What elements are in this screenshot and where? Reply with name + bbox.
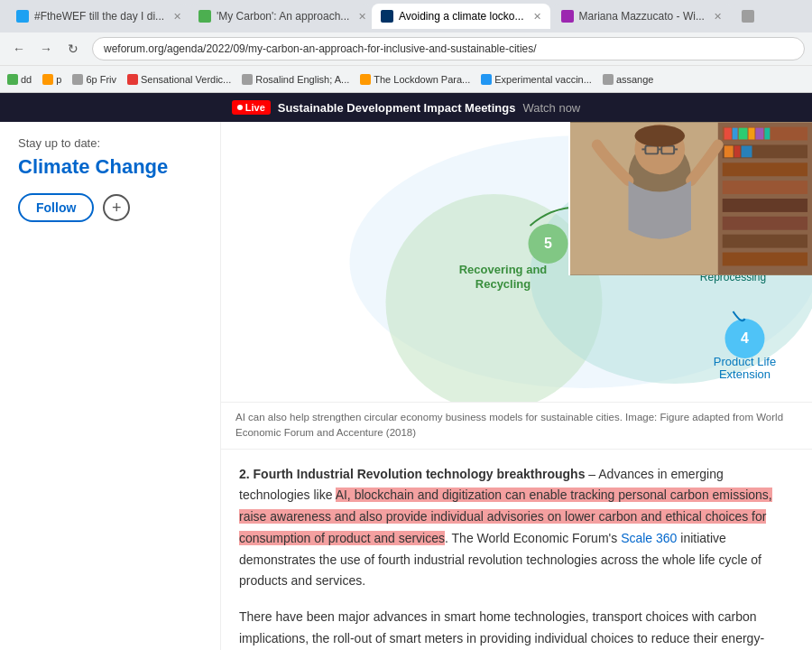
svg-rect-33 bbox=[742, 145, 752, 157]
section-2-heading: 2. Fourth Industrial Revolution technolo… bbox=[239, 464, 794, 593]
bookmark-vaccine-icon bbox=[481, 74, 492, 85]
diagram-container: 5 Recovering and Recycling End of Use So… bbox=[221, 122, 812, 402]
live-bar: Live Sustainable Development Impact Meet… bbox=[0, 93, 812, 122]
section-2-title: 2. Fourth Industrial Revolution technolo… bbox=[239, 467, 585, 481]
forward-button[interactable]: → bbox=[34, 37, 58, 60]
tab-3-close[interactable]: ✕ bbox=[533, 11, 541, 23]
bookmark-assange[interactable]: assange bbox=[603, 74, 654, 85]
browser-chrome: #FtheWEF till the day I di... ✕ 'My Carb… bbox=[0, 0, 812, 93]
svg-text:Recycling: Recycling bbox=[475, 277, 531, 291]
content-area: 5 Recovering and Recycling End of Use So… bbox=[221, 122, 812, 650]
svg-text:Recovering and: Recovering and bbox=[459, 263, 548, 276]
svg-rect-30 bbox=[764, 128, 770, 140]
bookmark-apps-icon bbox=[7, 74, 18, 85]
svg-rect-27 bbox=[739, 128, 748, 140]
diagram-section: 5 Recovering and Recycling End of Use So… bbox=[221, 122, 812, 450]
bookmark-assange-icon bbox=[603, 74, 614, 85]
follow-button[interactable]: Follow bbox=[18, 193, 94, 222]
svg-text:4: 4 bbox=[741, 330, 749, 346]
topic-title: Climate Change bbox=[18, 155, 202, 179]
tab-2[interactable]: 'My Carbon': An approach... ✕ bbox=[189, 4, 370, 29]
video-overlay bbox=[568, 122, 812, 275]
bookmark-sensational[interactable]: Sensational Verdic... bbox=[127, 74, 231, 85]
add-button[interactable]: + bbox=[103, 194, 130, 221]
svg-rect-20 bbox=[723, 181, 807, 194]
bookmark-lockdown-label: The Lockdown Para... bbox=[374, 74, 470, 85]
bookmark-friv[interactable]: 6p Friv bbox=[72, 74, 116, 85]
svg-text:5: 5 bbox=[544, 236, 552, 251]
svg-rect-22 bbox=[723, 217, 807, 230]
address-bar: ← → ↻ bbox=[0, 32, 812, 65]
tab-1-label: #FtheWEF till the day I di... bbox=[34, 10, 164, 23]
live-title: Sustainable Development Impact Meetings bbox=[278, 101, 516, 115]
bookmark-p-icon bbox=[42, 74, 53, 85]
back-button[interactable]: ← bbox=[7, 37, 31, 60]
svg-rect-26 bbox=[733, 128, 738, 140]
svg-rect-19 bbox=[723, 162, 807, 176]
bookmark-rosalind-icon bbox=[242, 74, 253, 85]
bookmark-sensational-label: Sensational Verdic... bbox=[141, 74, 231, 85]
tab-4-label: Mariana Mazzucato - Wi... bbox=[579, 10, 705, 23]
bookmark-sensational-icon bbox=[127, 74, 138, 85]
nav-buttons: ← → ↻ bbox=[7, 37, 85, 60]
bookmark-friv-icon bbox=[72, 74, 83, 85]
tab-4[interactable]: Mariana Mazzucato - Wi... ✕ bbox=[552, 4, 731, 29]
video-person bbox=[570, 122, 812, 275]
tab-3-label: Avoiding a climate locko... bbox=[399, 10, 524, 23]
svg-point-41 bbox=[634, 125, 685, 147]
bookmark-friv-label: 6p Friv bbox=[86, 74, 116, 85]
refresh-button[interactable]: ↻ bbox=[61, 37, 85, 60]
sidebar: Stay up to date: Climate Change Follow + bbox=[0, 122, 221, 650]
live-watch-link[interactable]: Watch now bbox=[522, 101, 580, 115]
bookmark-assange-label: assange bbox=[616, 74, 654, 85]
scale-360-link[interactable]: Scale 360 bbox=[621, 531, 677, 545]
tab-3[interactable]: Avoiding a climate locko... ✕ bbox=[372, 4, 550, 29]
svg-rect-31 bbox=[724, 145, 734, 157]
live-badge-label: Live bbox=[245, 102, 265, 113]
svg-text:Product Life: Product Life bbox=[714, 355, 776, 368]
bookmark-rosalind-label: Rosalind English; A... bbox=[255, 74, 349, 85]
tab-bar: #FtheWEF till the day I di... ✕ 'My Carb… bbox=[0, 0, 812, 32]
bookmark-p-label: p bbox=[56, 74, 61, 85]
svg-rect-25 bbox=[724, 128, 732, 140]
tab-4-favicon bbox=[561, 10, 574, 23]
svg-text:Extension: Extension bbox=[719, 367, 770, 381]
bookmark-vaccine-label: Experimental vaccin... bbox=[494, 74, 592, 85]
bookmark-vaccine[interactable]: Experimental vaccin... bbox=[481, 74, 592, 85]
bookmark-lockdown-icon bbox=[360, 74, 371, 85]
bookmark-apps-label: dd bbox=[21, 74, 32, 85]
tab-5[interactable]: ✕ bbox=[733, 4, 760, 29]
bookmarks-bar: dd p 6p Friv Sensational Verdic... Rosal… bbox=[0, 65, 812, 92]
address-input[interactable] bbox=[92, 37, 805, 60]
tab-1-close[interactable]: ✕ bbox=[173, 11, 181, 23]
tab-2-favicon bbox=[198, 10, 211, 23]
tab-4-close[interactable]: ✕ bbox=[714, 11, 722, 23]
svg-rect-21 bbox=[723, 199, 807, 212]
bookmark-rosalind[interactable]: Rosalind English; A... bbox=[242, 74, 349, 85]
live-dot bbox=[237, 105, 243, 110]
tab-2-label: 'My Carbon': An approach... bbox=[217, 10, 349, 23]
svg-rect-32 bbox=[734, 145, 741, 157]
person-svg bbox=[570, 122, 812, 275]
paragraph-2: There have been major advances in smart … bbox=[239, 607, 794, 650]
diagram-caption: AI can also help strengthen circular eco… bbox=[221, 402, 812, 449]
tab-2-close[interactable]: ✕ bbox=[358, 11, 366, 23]
main-layout: Stay up to date: Climate Change Follow + bbox=[0, 122, 812, 650]
section-2-after-highlight: . The World Economic Forum's bbox=[445, 531, 621, 545]
para-2-text: There have been major advances in smart … bbox=[239, 609, 764, 650]
svg-rect-23 bbox=[723, 235, 807, 248]
article-body: 2. Fourth Industrial Revolution technolo… bbox=[221, 450, 812, 651]
stay-up-label: Stay up to date: bbox=[18, 136, 202, 150]
svg-rect-29 bbox=[755, 128, 763, 140]
svg-rect-28 bbox=[749, 128, 755, 140]
tab-1-favicon bbox=[16, 10, 29, 23]
follow-row: Follow + bbox=[18, 193, 202, 222]
tab-1[interactable]: #FtheWEF till the day I di... ✕ bbox=[7, 4, 188, 29]
bookmark-p[interactable]: p bbox=[42, 74, 61, 85]
live-badge: Live bbox=[232, 100, 271, 115]
bookmark-lockdown[interactable]: The Lockdown Para... bbox=[360, 74, 470, 85]
tab-5-favicon bbox=[742, 10, 754, 23]
svg-rect-24 bbox=[723, 253, 807, 266]
bookmark-apps[interactable]: dd bbox=[7, 74, 32, 85]
tab-3-favicon bbox=[381, 10, 393, 23]
